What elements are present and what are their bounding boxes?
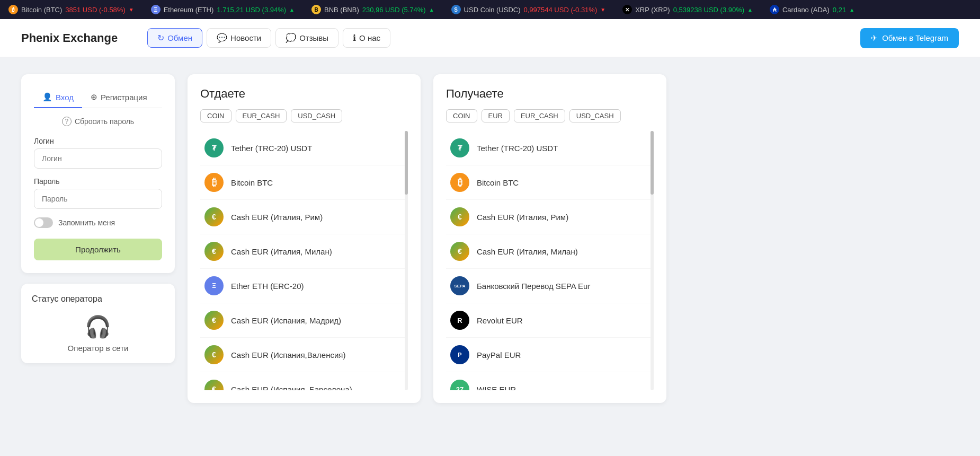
- nav-btn-news[interactable]: 💬Новости: [207, 28, 271, 48]
- receive-currency-paypal[interactable]: P PayPal EUR: [446, 338, 654, 372]
- operator-panel: Статус оператора 🎧 Оператор в сети: [21, 284, 175, 363]
- ticker-icon-eth: Ξ: [151, 5, 161, 14]
- give-currency-list[interactable]: ₮ Tether (TRC-20) USDT ₿ Bitcoin BTC € C…: [200, 131, 408, 390]
- give-currency-eur-rome[interactable]: € Cash EUR (Италия, Рим): [200, 200, 408, 234]
- receive-currency-name-eur-milan: Cash EUR (Италия, Милан): [477, 247, 578, 256]
- give-currency-name-eur-milan: Cash EUR (Италия, Милан): [231, 247, 332, 256]
- receive-currency-icon-paypal: P: [450, 345, 469, 364]
- ticker-name-eth: Ethereum (ETH): [164, 6, 214, 14]
- receive-currency-name-btc: Bitcoin BTC: [477, 178, 519, 187]
- give-currency-btc[interactable]: ₿ Bitcoin BTC: [200, 165, 408, 200]
- auth-tab-login[interactable]: 👤Вход: [34, 87, 82, 108]
- receive-currency-eur-rome[interactable]: € Cash EUR (Италия, Рим): [446, 200, 654, 234]
- receive-currency-icon-wise: 27: [450, 380, 469, 390]
- ticker-icon-btc: ₿: [8, 5, 18, 14]
- headphone-icon: 🎧: [32, 314, 164, 339]
- ticker-item-eth: Ξ Ethereum (ETH) 1.715,21 USD (3.94%) ▲: [151, 5, 295, 14]
- receive-currency-icon-btc: ₿: [450, 173, 469, 192]
- ticker-item-ada: ₳ Cardano (ADA) 0,21 ▲: [770, 5, 854, 14]
- remember-toggle[interactable]: [34, 217, 53, 228]
- receive-currency-name-paypal: PayPal EUR: [477, 350, 521, 359]
- nav-icon-news: 💬: [217, 33, 227, 43]
- receive-currency-btc[interactable]: ₿ Bitcoin BTC: [446, 165, 654, 200]
- give-currency-eur-valencia[interactable]: € Cash EUR (Испания,Валенсия): [200, 338, 408, 372]
- nav-icon-exchange: ↻: [157, 33, 164, 43]
- receive-currency-sepa[interactable]: SEPA Банковский Перевод SEPA Eur: [446, 269, 654, 303]
- give-currency-name-btc: Bitcoin BTC: [231, 178, 273, 187]
- password-label: Пароль: [34, 177, 162, 186]
- remember-row: Запомнить меня: [34, 217, 162, 228]
- ticker-price-eth: 1.715,21 USD (3.94%): [217, 6, 286, 14]
- give-currency-name-eur-rome: Cash EUR (Италия, Рим): [231, 213, 323, 222]
- give-currency-eur-milan[interactable]: € Cash EUR (Италия, Милан): [200, 234, 408, 269]
- receive-filter-coin[interactable]: COIN: [446, 109, 477, 122]
- auth-panel: 👤Вход⊕Регистрация ? Сбросить пароль Логи…: [21, 74, 175, 273]
- receive-filter-usd_cash[interactable]: USD_CASH: [569, 109, 621, 122]
- receive-currency-list[interactable]: ₮ Tether (TRC-20) USDT ₿ Bitcoin BTC € C…: [446, 131, 654, 390]
- password-input[interactable]: [34, 189, 162, 209]
- receive-scrollbar-track: [651, 131, 654, 390]
- nav-label-about: О нас: [359, 33, 380, 42]
- receive-currency-icon-revolut: R: [450, 311, 469, 330]
- nav-btn-reviews[interactable]: 💭Отзывы: [275, 28, 338, 48]
- give-currency-name-eth: Ether ETH (ERC-20): [231, 282, 304, 291]
- receive-currency-usdt[interactable]: ₮ Tether (TRC-20) USDT: [446, 131, 654, 165]
- give-currency-icon-eur-milan: €: [204, 242, 224, 261]
- ticker-icon-ada: ₳: [770, 5, 779, 14]
- password-field-group: Пароль: [34, 177, 162, 209]
- give-currency-eur-barcelona[interactable]: € Cash EUR (Испания, Барселона): [200, 372, 408, 390]
- ticker-price-bnb: 230,96 USD (5.74%): [362, 6, 426, 14]
- auth-tab-label-register: Регистрация: [101, 93, 147, 102]
- ticker-price-xrp: 0,539238 USD (3.90%): [673, 6, 744, 14]
- nav-label-news: Новости: [230, 33, 261, 42]
- reset-password-link[interactable]: ? Сбросить пароль: [34, 117, 162, 126]
- ticker-price-btc: 3851 USD (-0.58%): [65, 6, 125, 14]
- ticker-item-bnb: B BNB (BNB) 230,96 USD (5.74%) ▲: [311, 5, 434, 14]
- ticker-item-usdc: S USD Coin (USDC) 0,997544 USD (-0.31%) …: [451, 5, 606, 14]
- give-currency-name-eur-valencia: Cash EUR (Испания,Валенсия): [231, 350, 345, 359]
- nav-icon-reviews: 💭: [286, 33, 296, 43]
- give-filter-eur_cash[interactable]: EUR_CASH: [236, 109, 287, 122]
- give-filter-usd_cash[interactable]: USD_CASH: [291, 109, 342, 122]
- telegram-label: Обмен в Telegram: [882, 33, 948, 42]
- telegram-button[interactable]: ✈Обмен в Telegram: [860, 28, 959, 48]
- logo: Phenix Exchange: [21, 31, 118, 45]
- nav-btn-exchange[interactable]: ↻Обмен: [147, 28, 202, 48]
- continue-button[interactable]: Продолжить: [34, 239, 162, 260]
- give-currency-name-usdt: Tether (TRC-20) USDT: [231, 144, 312, 153]
- receive-currency-icon-sepa: SEPA: [450, 276, 469, 295]
- login-input[interactable]: [34, 148, 162, 169]
- receive-currency-icon-eur-milan: €: [450, 242, 469, 261]
- give-scrollbar-thumb[interactable]: [405, 131, 408, 195]
- ticker-price-usdc: 0,997544 USD (-0.31%): [524, 6, 598, 14]
- ticker-item-xrp: ✕ XRP (XRP) 0,539238 USD (3.90%) ▲: [622, 5, 753, 14]
- ticker-name-bnb: BNB (BNB): [324, 6, 359, 14]
- ticker-icon-usdc: S: [451, 5, 461, 14]
- receive-filter-eur[interactable]: EUR: [482, 109, 510, 122]
- receive-currency-wise[interactable]: 27 WISE EUR: [446, 372, 654, 390]
- receive-currency-name-wise: WISE EUR: [477, 385, 516, 391]
- ticker-name-ada: Cardano (ADA): [782, 6, 830, 14]
- give-currency-icon-eur-barcelona: €: [204, 380, 224, 390]
- give-filter-coin[interactable]: COIN: [200, 109, 231, 122]
- ticker-arrow-ada: ▲: [849, 7, 854, 13]
- ticker-arrow-bnb: ▲: [429, 7, 434, 13]
- operator-title: Статус оператора: [32, 294, 164, 304]
- receive-currency-revolut[interactable]: R Revolut EUR: [446, 303, 654, 338]
- reset-password-label: Сбросить пароль: [75, 117, 134, 126]
- give-currency-icon-btc: ₿: [204, 173, 224, 192]
- give-panel: Отдаете COINEUR_CASHUSD_CASH ₮ Tether (T…: [188, 74, 421, 403]
- receive-filter-eur_cash[interactable]: EUR_CASH: [514, 109, 565, 122]
- give-currency-usdt[interactable]: ₮ Tether (TRC-20) USDT: [200, 131, 408, 165]
- give-currency-icon-usdt: ₮: [204, 138, 224, 157]
- receive-scrollbar-thumb[interactable]: [651, 131, 654, 195]
- receive-panel: Получаете COINEUREUR_CASHUSD_CASH ₮ Teth…: [433, 74, 666, 403]
- auth-tab-register[interactable]: ⊕Регистрация: [82, 87, 156, 108]
- receive-currency-name-sepa: Банковский Перевод SEPA Eur: [477, 282, 590, 291]
- give-currency-eth[interactable]: Ξ Ether ETH (ERC-20): [200, 269, 408, 303]
- nav-icon-about: ℹ: [353, 33, 356, 43]
- give-currency-eur-madrid[interactable]: € Cash EUR (Испания, Мадрид): [200, 303, 408, 338]
- receive-currency-eur-milan[interactable]: € Cash EUR (Италия, Милан): [446, 234, 654, 269]
- receive-currency-name-eur-rome: Cash EUR (Италия, Рим): [477, 213, 568, 222]
- nav-btn-about[interactable]: ℹО нас: [343, 28, 390, 48]
